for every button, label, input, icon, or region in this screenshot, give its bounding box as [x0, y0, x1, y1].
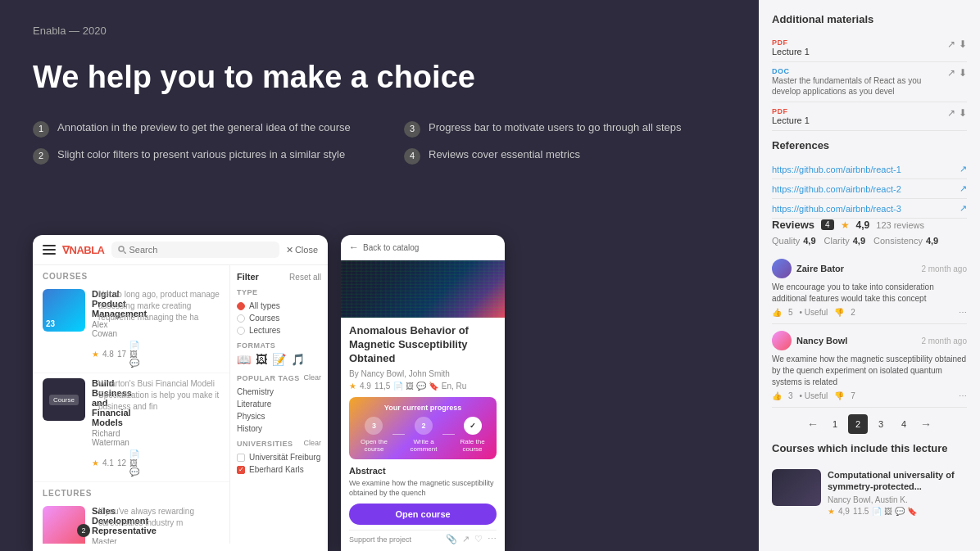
tag-chemistry[interactable]: Chemistry: [237, 386, 321, 398]
reviewer-avatar-1: [772, 259, 792, 278]
radio-courses: [237, 314, 245, 323]
reviewer-row-1: Zaire Bator 2 month ago: [772, 259, 967, 278]
filter-formats-label: FORMATS: [237, 341, 321, 350]
tag-history[interactable]: History: [237, 422, 321, 435]
progress-section: Your current progress 3 Open the course …: [349, 397, 497, 459]
hamburger-icon[interactable]: [43, 245, 56, 255]
related-lessons-1: 11.5: [853, 507, 869, 516]
lecture-num-badge-1: 2: [77, 524, 90, 537]
lecture-item-1[interactable]: 2 Sales Development Representative Maste…: [33, 501, 229, 544]
tag-literature[interactable]: Literature: [237, 398, 321, 410]
material-download-icon-3[interactable]: ⬇: [959, 107, 967, 119]
ref-item-2[interactable]: https://github.com/airbnb/react-2 ↗: [772, 179, 967, 199]
material-name-1: Lecture 1: [772, 47, 947, 56]
progress-label: Your current progress: [356, 404, 490, 412]
related-course-1[interactable]: Computational universality of symmetry-p…: [772, 463, 967, 522]
back-label[interactable]: Back to catalog: [363, 243, 419, 252]
format-icon-2[interactable]: 🖼: [256, 353, 267, 366]
detail-course-image: [341, 260, 505, 318]
review-text-1: We encourage you to take into considerat…: [772, 282, 967, 305]
review-actions-2: 👍 3 • Useful 👎 7 ⋯: [772, 391, 967, 400]
useful-count-1: 5: [788, 308, 793, 317]
related-thumb-1: [772, 469, 821, 506]
uni-freiburg[interactable]: Universität Freiburg: [237, 451, 321, 463]
filter-reset-button[interactable]: Reset all: [289, 273, 321, 282]
tags-clear-button[interactable]: Clear: [303, 373, 321, 382]
feature-item-2: 2 Slight color filters to present variou…: [33, 147, 355, 165]
not-useful-count-1: 2: [851, 308, 855, 317]
format-icon-4[interactable]: 🎵: [291, 353, 305, 366]
search-bar[interactable]: [111, 242, 279, 258]
ref-ext-icon-3: ↗: [960, 203, 967, 214]
filter-lectures-label: Lectures: [249, 326, 280, 335]
page-headline: We help you to make a choice: [33, 60, 726, 96]
ref-ext-icon-1: ↗: [960, 164, 967, 174]
close-button[interactable]: ✕ Close: [286, 245, 318, 255]
universities-clear-button[interactable]: Clear: [303, 439, 321, 447]
page-button-4[interactable]: 4: [894, 414, 914, 434]
logo-text: ∇NABLA: [62, 244, 105, 256]
feature-text-3: Progress bar to motivate users to go thr…: [429, 120, 682, 135]
tag-physics[interactable]: Physics: [237, 410, 321, 422]
page-button-3[interactable]: 3: [871, 414, 891, 434]
pagination: ← 1 2 3 4 →: [772, 414, 967, 434]
reviewer-row-2: Nancy Bowl 2 month ago: [772, 331, 967, 350]
course-item-1[interactable]: Digital Product Management Alex Cowan ★ …: [33, 284, 229, 373]
useful-label-1: • Useful: [800, 308, 828, 317]
course-desc-1: Not so long ago, product manage assessin…: [98, 289, 220, 368]
support-text[interactable]: Support the project: [349, 535, 411, 544]
feature-text-2: Slight color filters to present various …: [57, 147, 345, 162]
page-prev-button[interactable]: ←: [804, 418, 822, 431]
support-bar: Support the project 📎 ↗ ♡ ⋯: [349, 530, 497, 544]
search-input[interactable]: [129, 245, 273, 255]
reviews-title: Reviews: [772, 219, 814, 231]
page-button-1[interactable]: 1: [825, 414, 845, 434]
filter-lectures[interactable]: Lectures: [237, 324, 321, 336]
heart-icon[interactable]: ♡: [474, 534, 483, 544]
radio-all-types: [237, 302, 245, 310]
mockup-container: ∇NABLA ✕ Close COURSES: [33, 235, 759, 551]
filter-courses[interactable]: Courses: [237, 312, 321, 324]
more-icon[interactable]: ⋯: [488, 534, 497, 544]
detail-content: Anomalous Behavior of Magnetic Susceptib…: [341, 318, 505, 551]
course-item-2[interactable]: Course Build Business and Financial Mode…: [33, 373, 229, 482]
step-1: 3 Open the course: [356, 417, 392, 453]
right-sidebar: Additional materials PDF Lecture 1 ↗ ⬇ D…: [759, 0, 980, 551]
material-link-icon-3[interactable]: ↗: [947, 107, 955, 119]
page-next-button[interactable]: →: [917, 418, 935, 431]
related-courses-title: Courses which include this lecture: [772, 442, 967, 454]
material-link-icon-2[interactable]: ↗: [947, 67, 955, 79]
step-circle-3: ✓: [464, 417, 482, 435]
filter-all-types[interactable]: All types: [237, 300, 321, 312]
ref-link-2: https://github.com/airbnb/react-2: [772, 184, 901, 194]
detail-course-author: By Nancy Bowl, John Smith: [349, 369, 497, 378]
material-item-1: PDF Lecture 1 ↗ ⬇: [772, 34, 967, 62]
useful-count-2: 3: [788, 391, 793, 400]
detail-lessons: 11,5: [374, 382, 390, 391]
step-circle-2: 2: [415, 417, 433, 435]
material-item-3: PDF Lecture 1 ↗ ⬇: [772, 102, 967, 131]
metric-clarity-value: 4,9: [853, 236, 865, 246]
material-info-3: PDF Lecture 1: [772, 107, 947, 125]
ref-link-3: https://github.com/airbnb/react-3: [772, 204, 901, 214]
abstract-label: Abstract: [349, 466, 497, 476]
review-more-1[interactable]: ⋯: [959, 308, 967, 317]
step-label-1: Open the course: [356, 438, 392, 453]
material-link-icon-1[interactable]: ↗: [947, 38, 955, 50]
format-icon-3[interactable]: 📝: [272, 353, 286, 366]
abstract-text: We examine how the magnetic susceptibili…: [349, 478, 497, 499]
reviews-rating: 4,9: [856, 219, 870, 231]
material-download-icon-1[interactable]: ⬇: [959, 38, 967, 50]
uni-eberhard[interactable]: ✓ Eberhard Karls: [237, 463, 321, 476]
format-icon-1[interactable]: 📖: [237, 353, 251, 366]
page-button-2[interactable]: 2: [848, 414, 868, 434]
course-desc-2: Wharton's Busi Financial Modeli Speciali…: [98, 378, 220, 476]
step-connector-1: [392, 434, 405, 435]
material-download-icon-2[interactable]: ⬇: [959, 67, 967, 79]
metric-clarity: Clarity 4,9: [824, 236, 865, 246]
open-course-button[interactable]: Open course: [349, 504, 497, 525]
ref-item-1[interactable]: https://github.com/airbnb/react-1 ↗: [772, 160, 967, 179]
step-3: ✓ Rate the course: [455, 417, 490, 453]
review-more-2[interactable]: ⋯: [959, 391, 967, 400]
ref-item-3[interactable]: https://github.com/airbnb/react-3 ↗: [772, 199, 967, 219]
